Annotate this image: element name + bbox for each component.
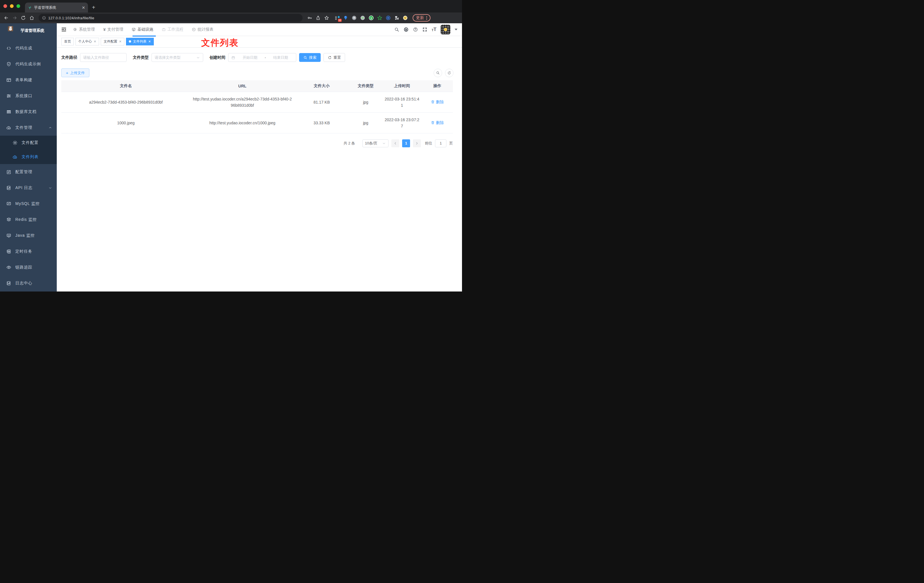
sidebar-item-redis-monitor[interactable]: Redis 监控 [0,212,57,228]
sidebar-item-file-config[interactable]: 文件配置 [0,135,57,150]
prev-page-button[interactable] [391,139,399,147]
app-title: 芋道管理系统 [20,28,44,33]
sidebar-item-config-manage[interactable]: 配置管理 [0,164,57,180]
sidebar-logo[interactable]: 芋道管理系统 [0,23,57,38]
address-bar[interactable]: 127.0.0.1:1024/infra/file/file [39,14,302,22]
top-menu-workflow[interactable]: 工作流程 [162,27,183,32]
sidebar-item-db-doc[interactable]: 数据库文档 [0,104,57,120]
sidebar-item-scheduled-task[interactable]: 定时任务 [0,244,57,259]
passwords-key-icon[interactable] [307,15,312,20]
cell-url: http://test.yudao.iocoder.cn/1000.jpeg [190,112,294,133]
file-path-label: 文件路径 [61,55,77,60]
refresh-button[interactable] [445,69,454,77]
sidebar-item-trace[interactable]: 链路追踪 [0,259,57,275]
back-button[interactable] [3,15,10,21]
github-icon[interactable] [404,27,409,32]
top-menu-pay[interactable]: ¥ 支付管理 [103,27,123,32]
tag-close-icon[interactable]: ✕ [119,40,122,43]
fullscreen-icon[interactable] [422,27,427,32]
sidebar-item-code-generate[interactable]: 代码生成 [0,40,57,56]
page-number-current[interactable]: 1 [402,139,410,147]
extension-grid-icon[interactable]: 11 [334,15,340,21]
avatar-caret-icon[interactable] [455,29,457,30]
date-range-picker[interactable]: 开始日期 - 结束日期 [228,53,296,62]
extension-dot-icon[interactable] [360,15,366,21]
col-upload-time: 上传时间 [382,80,422,92]
bookmark-star-icon[interactable] [324,15,329,20]
top-menu-report[interactable]: 统计报表 [192,27,213,32]
extension-emoji-icon[interactable] [403,15,408,21]
page-unit-label: 页 [449,141,453,146]
forward-button[interactable] [12,15,18,21]
delete-button[interactable]: 删除 [431,99,444,105]
sidebar-item-java-monitor[interactable]: Java 监控 [0,228,57,244]
share-icon[interactable] [315,15,321,20]
tab-close-icon[interactable]: ✕ [82,5,85,10]
table-toolbar: + 上传文件 [61,68,457,77]
zoom-window-button[interactable] [16,4,20,8]
tag-file-list[interactable]: 文件列表 ✕ [126,38,153,45]
top-menu-infra[interactable]: 基础设施 [132,27,153,32]
toggle-search-button[interactable] [434,69,442,77]
tags-view-bar: 首页 个人中心 ✕ 文件配置 ✕ 文件列表 ✕ [57,35,462,48]
sidebar-item-file-manage[interactable]: 文件管理 [0,120,57,135]
site-info-icon[interactable] [42,16,46,20]
browser-update-button[interactable]: 更新 [412,14,431,21]
extension-y-icon[interactable]: y [368,15,374,21]
col-file-name: 文件名 [61,80,190,92]
extension-command-icon[interactable]: ⌘ [351,15,357,21]
url-text[interactable]: 127.0.0.1:1024/infra/file/file [48,16,94,20]
extension-balloon-icon[interactable] [343,15,348,21]
tag-file-config[interactable]: 文件配置 ✕ [101,38,124,45]
sidebar-item-system-api[interactable]: 系统接口 [0,88,57,104]
next-page-button[interactable] [413,139,421,147]
close-window-button[interactable] [3,4,7,8]
extension-eye-icon[interactable] [385,15,391,21]
extension-star-icon[interactable] [377,15,383,21]
monitor-bars-icon [6,233,12,238]
delete-button[interactable]: 删除 [431,119,444,126]
page-size-select[interactable]: 10条/页 [362,139,388,147]
help-icon[interactable] [413,27,418,32]
chevron-up-icon [48,126,52,130]
goto-page-input[interactable] [435,140,446,147]
sidebar-collapse-icon[interactable] [61,27,66,32]
top-menu-system[interactable]: 系统管理 [73,27,95,32]
sidebar-item-form-builder[interactable]: 表单构建 [0,72,57,88]
sidebar-item-api-log[interactable]: API 日志 [0,180,57,196]
tag-close-icon[interactable]: ✕ [148,40,151,43]
tag-profile[interactable]: 个人中心 ✕ [76,38,99,45]
header-search-icon[interactable] [394,27,399,32]
font-size-icon[interactable]: TT [432,27,436,32]
start-date-placeholder[interactable]: 开始日期 [238,55,262,60]
reload-button[interactable] [20,15,27,21]
cell-upload-time: 2022-03-16 23:07:27 [382,112,422,133]
log-edit-icon [6,281,12,286]
sidebar-item-mysql-monitor[interactable]: MySQL 监控 [0,196,57,212]
new-tab-button[interactable]: + [92,4,95,11]
browser-tab[interactable]: 芋道管理系统 ✕ [25,3,88,13]
file-path-input[interactable] [83,55,124,59]
file-type-select[interactable]: 请选择文件类型 [152,53,203,62]
home-button[interactable] [28,15,35,21]
sidebar-item-log-center[interactable]: 日志中心 [0,275,57,291]
end-date-placeholder[interactable]: 结束日期 [268,55,293,60]
pagination: 共 2 条 10条/页 1 前往 页 [61,139,453,147]
minimize-window-button[interactable] [10,4,13,8]
reset-button[interactable]: 重置 [323,53,345,62]
search-button[interactable]: 搜索 [299,53,321,62]
upload-file-button[interactable]: + 上传文件 [61,68,89,77]
sidebar-item-file-list[interactable]: 文件列表 [0,150,57,164]
cloud-download-icon [6,125,12,130]
avatar[interactable] [441,25,450,34]
browser-menu-kebab-icon[interactable] [426,16,427,20]
sidebar-item-code-demo[interactable]: 代码生成示例 [0,56,57,72]
extensions-puzzle-icon[interactable] [394,15,399,21]
gear-icon [13,140,18,145]
log-edit-icon [6,185,12,190]
active-tab-indicator [132,35,156,36]
tag-close-icon[interactable]: ✕ [94,40,96,43]
calendar-icon [231,56,235,59]
tag-home[interactable]: 首页 [61,38,74,45]
stack-icon [6,217,12,222]
